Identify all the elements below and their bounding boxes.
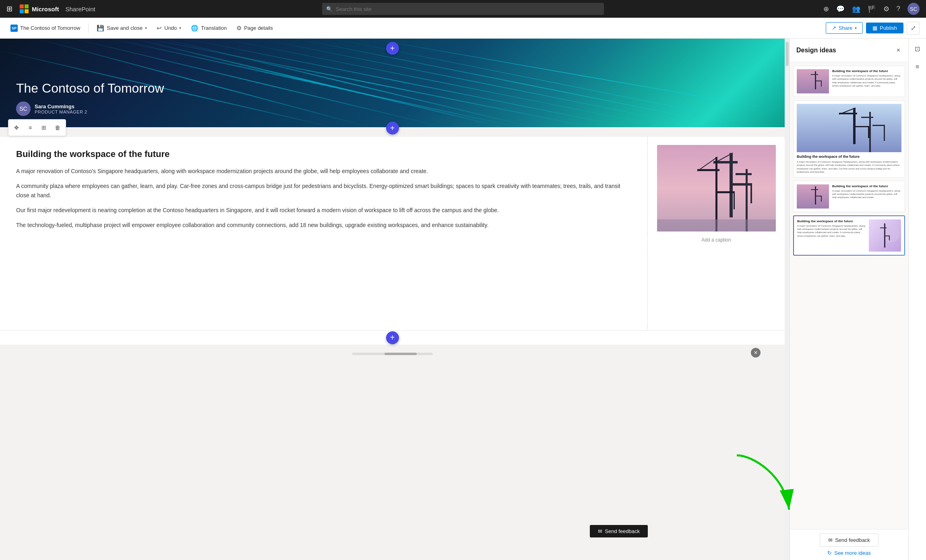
waffle-icon[interactable]: ⊞ [6, 4, 12, 13]
send-feedback-button[interactable]: ✉ Send feedback [820, 533, 878, 547]
question-icon[interactable]: ? [897, 5, 900, 13]
scroll-thumb[interactable] [384, 353, 417, 355]
design-card-4-thumb [869, 219, 901, 252]
scroll-bar [352, 353, 433, 355]
microsoft-logo[interactable]: Microsoft [20, 4, 59, 13]
avatar[interactable]: SC [907, 3, 920, 15]
share-button[interactable]: ↗ Share ▾ [826, 22, 863, 34]
image-caption[interactable]: Add a caption [701, 237, 731, 243]
crane-svg [657, 145, 776, 231]
duplicate-section-button[interactable]: ⊞ [37, 121, 50, 134]
feedback-icon: ✉ [598, 528, 602, 534]
design-panel-header: Design ideas × [790, 39, 908, 62]
svg-rect-45 [816, 196, 822, 196]
save-close-dropdown-icon[interactable]: ▾ [145, 26, 147, 30]
add-section-bottom-button[interactable]: + [386, 331, 399, 344]
add-section-bottom-container: + [0, 330, 785, 345]
design-panel-title: Design ideas [796, 47, 836, 54]
flag-icon[interactable]: 🏴 [868, 5, 876, 13]
design-card-2[interactable]: Building the workspace of the future A m… [793, 100, 905, 178]
svg-rect-28 [815, 71, 816, 89]
design-card-1-text: Building the workspace of the future A m… [832, 69, 901, 93]
editor-scrollbar[interactable] [785, 39, 790, 560]
article-title: Building the workspace of the future [16, 149, 631, 159]
card2-crane-svg [797, 104, 901, 152]
svg-rect-37 [868, 126, 869, 138]
svg-rect-29 [811, 74, 818, 75]
svg-rect-22 [697, 169, 719, 171]
card1-body: A major renovation of Contoso's Singapor… [832, 74, 901, 88]
translation-button[interactable]: 🌐 Translation [187, 22, 231, 34]
scroll-close-button[interactable]: ✕ [751, 348, 761, 357]
editor-scrollbar-thumb[interactable] [785, 42, 789, 66]
save-close-button[interactable]: 💾 Save and close ▾ [93, 22, 151, 34]
send-feedback-button[interactable]: ✉ Send feedback [590, 525, 648, 537]
svg-rect-18 [750, 183, 752, 203]
hero-author: SC Sara Cummings PRODUCT MANAGER 2 [16, 101, 769, 116]
sidebar-layers-icon[interactable]: ≡ [913, 61, 922, 73]
author-name: Sara Cummings [35, 103, 87, 110]
card3-title: Building the workspace of the future [832, 184, 901, 188]
card3-body: A major renovation of Contoso's Singapor… [832, 189, 901, 199]
edit-section-button[interactable]: ≡ [24, 121, 37, 134]
design-panel-footer: ✉ Send feedback ↻ See more ideas [790, 529, 908, 560]
design-card-1[interactable]: Building the workspace of the future A m… [793, 66, 905, 97]
delete-section-button[interactable]: 🗑 [51, 121, 64, 134]
article-para-2: A community plaza where employees can ga… [16, 182, 631, 200]
toolbar-right: ↗ Share ▾ ▦ Publish ⤢ [826, 22, 920, 35]
feedback-label: Send feedback [605, 528, 640, 534]
hero-avatar: SC [16, 101, 31, 116]
collapse-icon: ⤢ [911, 24, 916, 32]
card4-title: Building the workspace of the future [797, 219, 866, 223]
content-wrapper: ✥ ≡ ⊞ 🗑 Building the workspace of the fu… [0, 137, 785, 345]
translation-label: Translation [201, 25, 227, 31]
separator-1 [88, 23, 89, 33]
design-card-2-thumb [797, 104, 901, 152]
search-input[interactable] [336, 6, 600, 12]
svg-rect-44 [811, 189, 818, 190]
design-card-3[interactable]: Building the workspace of the future A m… [793, 181, 905, 212]
add-section-below-hero-button[interactable]: + [386, 122, 399, 134]
share-icon: ↗ [832, 25, 836, 31]
page-editor: The Contoso of Tomorrow SC Sara Cummings… [0, 39, 785, 560]
hero-section: The Contoso of Tomorrow SC Sara Cummings… [0, 39, 785, 127]
svg-rect-50 [880, 227, 887, 228]
svg-rect-36 [854, 126, 869, 127]
design-panel-body: Building the workspace of the future A m… [790, 62, 908, 529]
page-details-label: Page details [244, 25, 273, 31]
move-section-button[interactable]: ✥ [10, 121, 23, 134]
article-para-4: The technology-fueled, multiphase projec… [16, 221, 631, 230]
sidebar-expand-icon[interactable]: ⊡ [912, 43, 922, 55]
svg-rect-32 [797, 104, 901, 152]
nav-right-icons: ⊕ 💬 👥 🏴 ⚙ ? SC [823, 3, 920, 15]
text-column: Building the workspace of the future A m… [0, 137, 648, 330]
undo-label: Undo [164, 25, 177, 31]
svg-rect-20 [736, 173, 752, 175]
settings-icon[interactable]: ⚙ [883, 5, 889, 13]
card1-crane-svg [797, 69, 829, 93]
main-area: The Contoso of Tomorrow SC Sara Cummings… [0, 39, 926, 560]
search-icon: 🔍 [326, 6, 333, 12]
search-bar[interactable]: 🔍 [322, 3, 604, 15]
page-name-item[interactable]: SP The Contoso of Tomorrow [6, 22, 84, 34]
help-circle-icon[interactable]: ⊕ [823, 5, 829, 13]
design-ideas-panel: Design ideas × [790, 39, 908, 560]
card4-svg [869, 219, 901, 252]
page-details-button[interactable]: ⚙ Page details [232, 22, 277, 34]
publish-button[interactable]: ▦ Publish [866, 23, 903, 33]
add-section-top-button[interactable]: + [386, 42, 399, 55]
see-more-ideas-button[interactable]: ↻ See more ideas [827, 550, 871, 556]
collapse-button[interactable]: ⤢ [907, 22, 920, 35]
undo-dropdown-icon[interactable]: ▾ [179, 26, 181, 30]
content-columns: Building the workspace of the future A m… [0, 137, 785, 330]
design-panel-close-button[interactable]: × [895, 45, 902, 56]
company-name: Microsoft [32, 6, 59, 12]
design-card-4-text: Building the workspace of the future A m… [797, 219, 866, 252]
design-card-4[interactable]: Building the workspace of the future A m… [793, 215, 905, 256]
save-icon: 💾 [97, 25, 104, 32]
share-dropdown-icon[interactable]: ▾ [855, 26, 857, 30]
chat-icon[interactable]: 💬 [836, 5, 845, 13]
undo-button[interactable]: ↩ Undo ▾ [153, 22, 185, 34]
article-image[interactable] [657, 145, 776, 231]
share-people-icon[interactable]: 👥 [852, 5, 860, 13]
